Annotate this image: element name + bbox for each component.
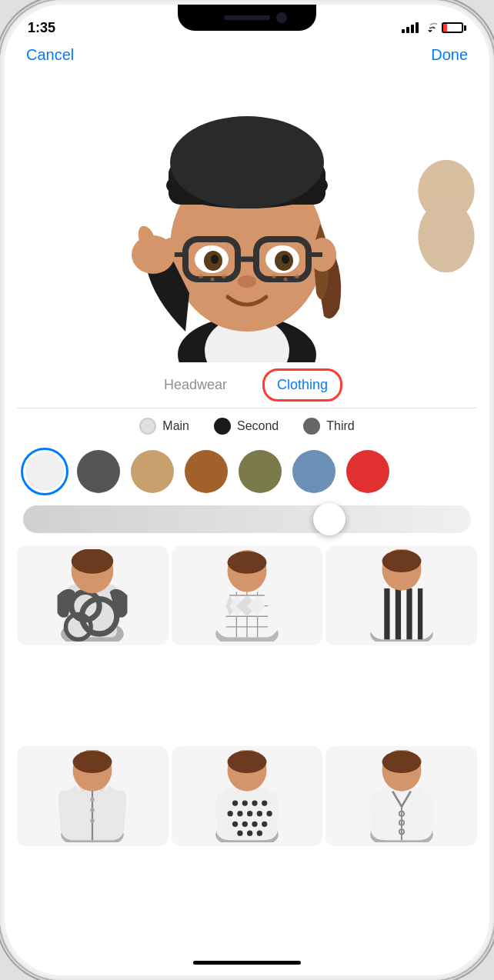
color-label-main[interactable]: Main [139, 418, 189, 435]
svg-point-64 [242, 800, 248, 805]
tab-clothing[interactable]: Clothing [262, 368, 342, 402]
svg-point-65 [252, 800, 257, 805]
svg-point-21 [211, 278, 215, 282]
camera [276, 12, 287, 23]
color-dot-main [139, 418, 156, 435]
svg-point-23 [272, 274, 276, 278]
svg-point-63 [232, 800, 238, 805]
swatch-white[interactable] [23, 450, 66, 493]
wifi-icon [423, 22, 437, 35]
svg-rect-49 [384, 588, 389, 639]
clothing-item-2[interactable] [172, 545, 323, 645]
clothing-item-3[interactable] [325, 545, 477, 645]
svg-point-19 [282, 255, 289, 264]
svg-point-71 [266, 811, 272, 816]
status-icons [402, 22, 466, 35]
svg-rect-51 [406, 588, 412, 639]
svg-point-68 [237, 811, 242, 816]
swatch-tan[interactable] [131, 450, 174, 493]
svg-point-61 [73, 750, 112, 772]
svg-point-70 [257, 811, 262, 816]
color-label-third-text: Third [326, 419, 354, 433]
swatch-dark[interactable] [77, 450, 120, 493]
swatch-blue[interactable] [292, 450, 335, 493]
brightness-slider[interactable] [23, 505, 471, 533]
svg-point-73 [242, 821, 248, 826]
svg-point-30 [418, 160, 474, 222]
status-time: 1:35 [28, 20, 55, 36]
color-dot-second [214, 418, 231, 435]
slider-thumb[interactable] [313, 503, 345, 535]
clothing-item-1[interactable] [17, 545, 169, 645]
svg-point-66 [262, 800, 267, 805]
swatch-red[interactable] [346, 450, 389, 493]
cancel-button[interactable]: Cancel [26, 46, 74, 64]
category-tabs: Headwear Clothing [5, 362, 489, 408]
svg-point-69 [247, 811, 252, 816]
svg-point-20 [199, 274, 203, 278]
swatch-olive[interactable] [239, 450, 282, 493]
color-label-second[interactable]: Second [214, 418, 279, 435]
speaker [224, 15, 270, 20]
battery-icon [442, 22, 466, 33]
nav-bar: Cancel Done [5, 43, 489, 70]
svg-point-47 [228, 552, 267, 574]
svg-point-74 [252, 821, 257, 826]
color-label-main-text: Main [162, 419, 189, 433]
svg-point-80 [228, 750, 267, 772]
phone-frame: 1:35 [0, 0, 494, 980]
clothing-item-5[interactable] [172, 746, 323, 846]
side-avatar [416, 132, 477, 285]
color-swatches [5, 444, 489, 499]
signal-bar-4 [416, 22, 419, 33]
home-bar [193, 961, 301, 965]
memoji-avatar [124, 70, 370, 362]
notch [178, 5, 316, 31]
phone-screen: 1:35 [5, 5, 489, 975]
clothing-item-4[interactable] [17, 746, 169, 846]
svg-point-24 [284, 278, 288, 282]
battery-fill [443, 24, 447, 32]
home-indicator [5, 949, 489, 975]
swatch-brown[interactable] [185, 450, 228, 493]
color-label-third[interactable]: Third [303, 418, 354, 435]
svg-point-67 [228, 811, 233, 816]
tab-headwear[interactable]: Headwear [152, 371, 239, 399]
avatar-area [5, 70, 489, 362]
svg-point-76 [237, 830, 242, 835]
svg-point-6 [170, 116, 324, 208]
svg-point-78 [257, 830, 262, 835]
svg-point-58 [91, 808, 95, 812]
slider-container [5, 499, 489, 539]
svg-point-59 [91, 818, 95, 822]
svg-point-26 [238, 275, 256, 288]
svg-point-87 [382, 750, 421, 772]
screen: 1:35 [5, 5, 489, 975]
svg-rect-52 [418, 588, 422, 639]
svg-point-75 [262, 821, 267, 826]
svg-point-22 [222, 274, 226, 278]
signal-bar-1 [402, 29, 405, 33]
color-label-row: Main Second Third [5, 408, 489, 444]
svg-point-77 [247, 830, 252, 835]
signal-bar-2 [406, 27, 409, 33]
color-dot-third [303, 418, 320, 435]
svg-point-18 [211, 255, 219, 264]
svg-point-54 [382, 550, 421, 572]
svg-point-57 [91, 797, 95, 801]
signal-bar-3 [411, 25, 414, 33]
signal-bars [402, 22, 419, 33]
clothing-item-6[interactable] [325, 746, 477, 846]
svg-point-72 [232, 821, 238, 826]
battery-body [442, 22, 463, 33]
done-button[interactable]: Done [431, 46, 468, 64]
battery-tip [464, 25, 466, 31]
color-label-second-text: Second [237, 419, 279, 433]
svg-point-25 [295, 274, 299, 278]
clothing-grid [5, 539, 489, 949]
svg-rect-50 [395, 588, 400, 639]
svg-point-37 [72, 549, 114, 574]
